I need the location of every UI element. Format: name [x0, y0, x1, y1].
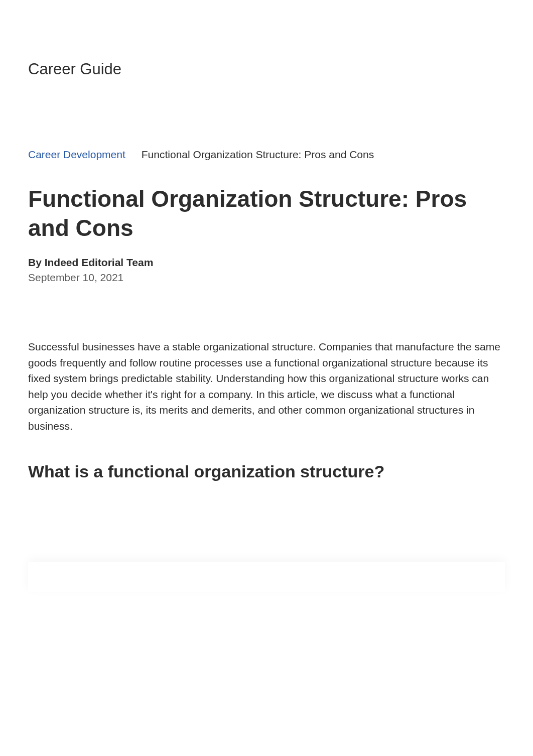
breadcrumb-link-career-development[interactable]: Career Development	[28, 149, 125, 161]
site-title: Career Guide	[28, 60, 505, 78]
publish-date: September 10, 2021	[28, 272, 505, 284]
content-fade-area	[28, 501, 505, 592]
byline: By Indeed Editorial Team	[28, 257, 505, 269]
fade-overlay	[28, 562, 505, 592]
breadcrumb-current: Functional Organization Structure: Pros …	[142, 149, 374, 161]
intro-paragraph: Successful businesses have a stable orga…	[28, 339, 505, 434]
bottom-whitespace	[0, 592, 533, 756]
breadcrumb: Career Development Functional Organizati…	[28, 149, 505, 161]
article-title: Functional Organization Structure: Pros …	[28, 185, 505, 242]
section-heading: What is a functional organization struct…	[28, 462, 505, 481]
